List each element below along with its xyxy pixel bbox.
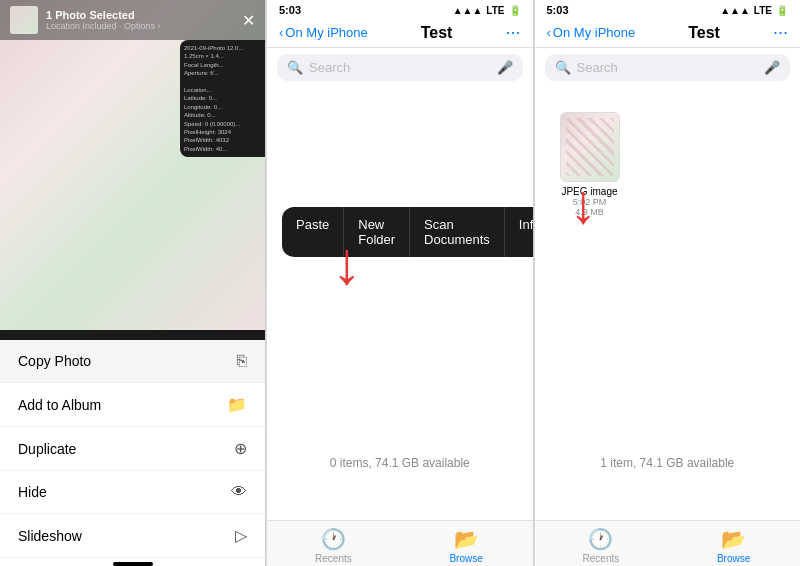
storage-info-p2: 0 items, 74.1 GB available [330, 456, 470, 470]
phone-screenshot-preview: 2021-09-iPhoto 12.0... 1.25cm × 1.4... F… [180, 40, 265, 157]
lte-label-p3: LTE [754, 5, 772, 16]
browse-icon-p3: 📂 [721, 527, 746, 551]
add-to-album-label: Add to Album [18, 397, 101, 413]
duplicate-label: Duplicate [18, 441, 76, 457]
more-button-p3[interactable]: ··· [773, 22, 788, 43]
recents-label-p2: Recents [315, 553, 352, 564]
nav-title-p3: Test [688, 24, 720, 42]
add-album-icon: 📁 [227, 395, 247, 414]
tab-browse-p3[interactable]: 📂 Browse [667, 527, 800, 564]
photo-overlay-bar: 1 Photo Selected Location Included · Opt… [0, 0, 265, 40]
browse-label-p3: Browse [717, 553, 750, 564]
slideshow-icon: ▷ [235, 526, 247, 545]
signal-icon-p3: ▲▲▲ [720, 5, 750, 16]
panel3: 5:03 ▲▲▲ LTE 🔋 ‹ On My iPhone Test ··· 🔍… [534, 0, 801, 566]
back-chevron-p3: ‹ [547, 25, 551, 40]
copy-photo-item[interactable]: Copy Photo ⎘ [0, 340, 265, 383]
tab-bar-p2: 🕐 Recents 📂 Browse [267, 520, 533, 566]
recents-icon-p3: 🕐 [588, 527, 613, 551]
search-placeholder-p3: Search [577, 60, 618, 75]
copy-icon: ⎘ [237, 352, 247, 370]
slideshow-label: Slideshow [18, 528, 82, 544]
photo-area: 1 Photo Selected Location Included · Opt… [0, 0, 265, 330]
duplicate-item[interactable]: Duplicate ⊕ [0, 427, 265, 471]
slideshow-item[interactable]: Slideshow ▷ [0, 514, 265, 558]
hide-label: Hide [18, 484, 47, 500]
hide-item[interactable]: Hide 👁 [0, 471, 265, 514]
photo-selected-label: 1 Photo Selected [46, 9, 161, 21]
back-button-p2[interactable]: ‹ On My iPhone [279, 25, 368, 40]
back-label-p2: On My iPhone [285, 25, 367, 40]
photo-info: 1 Photo Selected Location Included · Opt… [10, 6, 161, 34]
search-icon-p3: 🔍 [555, 60, 571, 75]
photo-selected-info: 1 Photo Selected Location Included · Opt… [46, 9, 161, 31]
share-menu-list: Copy Photo ⎘ Add to Album 📁 Duplicate ⊕ … [0, 340, 265, 566]
duplicate-icon: ⊕ [234, 439, 247, 458]
hide-icon: 👁 [231, 483, 247, 501]
context-menu-p2: Paste New Folder Scan Documents Info [282, 207, 533, 257]
battery-icon-p3: 🔋 [776, 5, 788, 16]
home-indicator [113, 562, 153, 566]
photo-thumbnail [10, 6, 38, 34]
status-right-p2: ▲▲▲ LTE 🔋 [453, 5, 521, 16]
nav-bar-p2: ‹ On My iPhone Test ··· [267, 18, 533, 48]
search-placeholder-p2: Search [309, 60, 350, 75]
tab-recents-p2[interactable]: 🕐 Recents [267, 527, 400, 564]
mic-icon-p2: 🎤 [497, 60, 513, 75]
ctx-info[interactable]: Info [505, 207, 533, 257]
battery-icon-p2: 🔋 [509, 5, 521, 16]
arrow-up-icon-p2: ↑ [332, 242, 362, 302]
nav-title-p2: Test [421, 24, 453, 42]
status-bar-p2: 5:03 ▲▲▲ LTE 🔋 [267, 0, 533, 18]
ctx-scan-docs[interactable]: Scan Documents [410, 207, 505, 257]
status-time-p3: 5:03 [547, 4, 569, 16]
lte-label-p2: LTE [486, 5, 504, 16]
back-button-p3[interactable]: ‹ On My iPhone [547, 25, 636, 40]
recents-label-p3: Recents [583, 553, 620, 564]
photo-sub-label: Location Included · Options › [46, 21, 161, 31]
search-bar-p3[interactable]: 🔍 Search 🎤 [545, 54, 791, 81]
add-to-album-item[interactable]: Add to Album 📁 [0, 383, 265, 427]
status-time-p2: 5:03 [279, 4, 301, 16]
panel1: 1 Photo Selected Location Included · Opt… [0, 0, 265, 566]
signal-icon-p2: ▲▲▲ [453, 5, 483, 16]
recents-icon-p2: 🕐 [321, 527, 346, 551]
status-bar-p3: 5:03 ▲▲▲ LTE 🔋 [535, 0, 801, 18]
panel2: 5:03 ▲▲▲ LTE 🔋 ‹ On My iPhone Test ··· 🔍… [266, 0, 533, 566]
tab-bar-p3: 🕐 Recents 📂 Browse [535, 520, 801, 566]
arrow-down-icon-p3: ↓ [570, 177, 598, 232]
file-thumbnail [560, 112, 620, 182]
copy-photo-label: Copy Photo [18, 353, 91, 369]
close-button[interactable]: ✕ [242, 11, 255, 30]
back-chevron-p2: ‹ [279, 25, 283, 40]
status-right-p3: ▲▲▲ LTE 🔋 [720, 5, 788, 16]
more-button-p2[interactable]: ··· [505, 22, 520, 43]
tab-browse-p2[interactable]: 📂 Browse [400, 527, 533, 564]
browse-icon-p2: 📂 [454, 527, 479, 551]
storage-info-p3: 1 item, 74.1 GB available [600, 456, 734, 470]
mic-icon-p3: 🎤 [764, 60, 780, 75]
search-bar-p2[interactable]: 🔍 Search 🎤 [277, 54, 523, 81]
search-icon-p2: 🔍 [287, 60, 303, 75]
back-label-p3: On My iPhone [553, 25, 635, 40]
file-list-area-p2: Paste New Folder Scan Documents Info ↑ 0… [267, 87, 533, 520]
file-list-area-p3: JPEG image 5:02 PM 4.9 MB ↓ 1 item, 74.1… [535, 87, 801, 520]
tab-recents-p3[interactable]: 🕐 Recents [535, 527, 668, 564]
browse-label-p2: Browse [449, 553, 482, 564]
nav-bar-p3: ‹ On My iPhone Test ··· [535, 18, 801, 48]
